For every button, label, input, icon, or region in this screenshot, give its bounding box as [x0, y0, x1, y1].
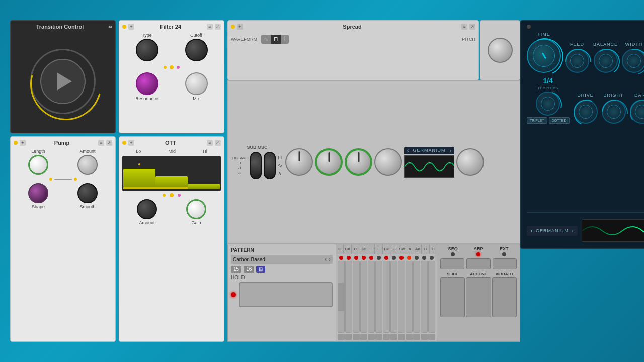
wf-btn-sawtooth[interactable]: ⌇ — [281, 35, 289, 44]
step-led-d — [354, 256, 358, 260]
ott-visualization[interactable] — [122, 156, 221, 191]
width-knob[interactable] — [622, 49, 644, 73]
step-btn-fs[interactable] — [383, 334, 390, 340]
ott-amount-knob[interactable] — [137, 199, 157, 219]
step-slider-as[interactable] — [413, 261, 420, 333]
step-btn-cs[interactable] — [345, 334, 352, 340]
vol-knob2[interactable] — [315, 148, 343, 176]
filter24-mix-knob[interactable] — [185, 72, 208, 95]
pump-plus-btn[interactable]: + — [20, 140, 26, 146]
filter24-resonance-knob[interactable] — [136, 72, 158, 95]
spread-menu-btn[interactable]: ≡ — [461, 24, 467, 30]
pattern-grid-icon[interactable]: ⊞ — [256, 266, 265, 273]
step-slider-cs[interactable] — [345, 261, 352, 333]
hold-button[interactable] — [239, 282, 333, 307]
wf-btn-sine[interactable]: ∿ — [261, 35, 271, 44]
drive-knob[interactable] — [574, 100, 598, 124]
step-btn-ds[interactable] — [360, 334, 367, 340]
pitch-knob[interactable] — [488, 38, 513, 63]
pump-menu-btn[interactable]: ≡ — [98, 140, 104, 146]
step-slider-d[interactable] — [353, 261, 360, 333]
tempo-knob[interactable] — [536, 92, 560, 116]
step-btn-c[interactable] — [338, 334, 345, 340]
ott-gain-label: Gain — [191, 220, 201, 225]
vol-knob1[interactable] — [285, 148, 313, 176]
step-slider-b[interactable] — [421, 261, 428, 333]
step-slider-c[interactable] — [338, 261, 345, 333]
step-col-g — [390, 256, 397, 340]
pump-shape-knob[interactable] — [28, 183, 48, 203]
pattern-name-row[interactable]: Carbon Based ‹ › — [231, 255, 333, 264]
seq-slot3[interactable] — [493, 258, 517, 269]
filter24-menu-btn[interactable]: ≡ — [207, 24, 213, 30]
germanium-sel-left[interactable]: ‹ — [531, 227, 533, 234]
step-btn-a[interactable] — [406, 334, 413, 340]
ott-menu-btn[interactable]: ≡ — [207, 140, 213, 146]
filter24-expand-btn[interactable]: ⤢ — [215, 24, 221, 30]
seq-slot1[interactable] — [440, 258, 464, 269]
germanium-selector[interactable]: ‹ GERMANIUM › — [527, 226, 578, 236]
filter24-type-knob[interactable] — [136, 39, 158, 61]
dark-knob[interactable] — [630, 100, 644, 124]
wf-btn-square[interactable]: ⊓ — [271, 35, 281, 44]
filter24-plus-btn[interactable]: + — [128, 24, 134, 30]
step-slider-ds[interactable] — [360, 261, 367, 333]
step-btn-c2[interactable] — [428, 334, 435, 340]
waveform-toggle[interactable]: ∿ ⊓ ⌇ — [261, 35, 289, 44]
subosc-octave-knob[interactable] — [250, 152, 262, 179]
vol-knob3[interactable] — [345, 148, 372, 176]
step-btn-as[interactable] — [413, 334, 420, 340]
ott-expand-btn[interactable]: ⤢ — [215, 140, 221, 146]
note-e: E — [367, 244, 375, 254]
step-btn-e[interactable] — [368, 334, 375, 340]
big-ring[interactable] — [30, 49, 96, 114]
seq-slot2[interactable] — [466, 258, 491, 269]
pump-expand-btn[interactable]: ⤢ — [106, 140, 112, 146]
pattern-num1[interactable]: 15 — [231, 266, 242, 273]
step-btn-g[interactable] — [390, 334, 397, 340]
seq-slot-row[interactable] — [440, 258, 517, 269]
step-slider-gs[interactable] — [398, 261, 405, 333]
dotted-btn[interactable]: DOTTED — [549, 117, 570, 124]
germanium-chevron-right[interactable]: › — [450, 148, 451, 153]
germanium-chevron-left[interactable]: ‹ — [407, 148, 409, 153]
bright-knob[interactable] — [602, 100, 626, 124]
step-btn-f[interactable] — [375, 334, 382, 340]
step-col-ds — [360, 256, 367, 340]
time-knob-outer[interactable] — [527, 39, 561, 73]
pattern-num2[interactable]: 16 — [244, 266, 254, 273]
step-btn-d[interactable] — [353, 334, 360, 340]
germanium-sel-right[interactable]: › — [572, 227, 574, 234]
step-btn-gs[interactable] — [398, 334, 405, 340]
spread-expand-btn[interactable]: ⤢ — [469, 24, 475, 30]
step-slider-c2[interactable] — [428, 261, 435, 333]
slide-slot[interactable] — [440, 277, 465, 317]
step-slider-g[interactable] — [390, 261, 397, 333]
ott-plus-btn[interactable]: + — [128, 140, 134, 146]
pump-length-knob[interactable] — [28, 155, 48, 175]
step-slider-a[interactable] — [406, 261, 413, 333]
pump-amount-knob[interactable] — [77, 155, 98, 175]
last-synth-knob[interactable] — [456, 148, 484, 176]
vol-knob4[interactable] — [374, 148, 402, 176]
ott-gain-knob[interactable] — [186, 199, 206, 219]
vibrato-slot[interactable] — [492, 277, 517, 317]
pump-smooth-knob[interactable] — [77, 183, 98, 203]
subosc-waveform-knob[interactable] — [264, 152, 276, 179]
step-slider-f[interactable] — [375, 261, 382, 333]
seq-label: SEQ — [448, 246, 458, 251]
step-btn-b[interactable] — [421, 334, 428, 340]
step-slider-e[interactable] — [368, 261, 375, 333]
pattern-chevron-right[interactable]: › — [329, 256, 331, 263]
note-fs: F# — [383, 244, 390, 254]
accent-slot[interactable] — [466, 277, 491, 317]
feed-knob[interactable] — [565, 49, 589, 73]
balance-knob[interactable] — [594, 49, 618, 73]
step-slider-fs[interactable] — [383, 261, 390, 333]
filter24-cutoff-knob[interactable] — [185, 39, 208, 61]
spread-plus-btn[interactable]: + — [237, 24, 243, 30]
triplet-btn[interactable]: TRIPLET — [527, 117, 547, 124]
transition-ring-area[interactable] — [14, 33, 112, 130]
germanium-strip: ‹ GERMANIUM › — [404, 147, 454, 154]
pattern-chevron-left[interactable]: ‹ — [325, 256, 327, 263]
